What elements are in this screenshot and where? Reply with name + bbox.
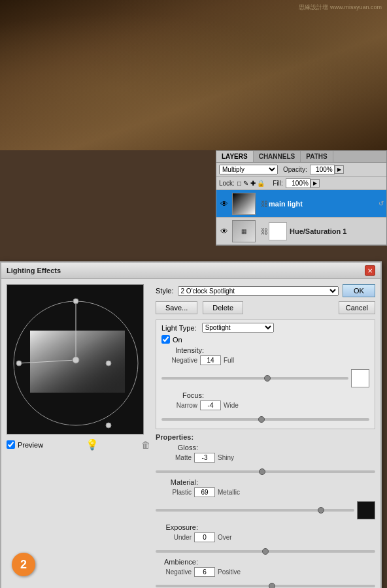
material-slider[interactable] (156, 509, 354, 512)
canvas-texture (0, 0, 387, 150)
intensity-label: Intensity: (161, 346, 204, 354)
intensity-slider-wrap (161, 373, 348, 384)
fill-arrow[interactable]: ▶ (311, 179, 320, 188)
light-type-select[interactable]: Spotlight Omni Directional (202, 323, 274, 333)
layers-panel: LAYERS CHANNELS PATHS Multiply Opacity: … (216, 150, 387, 246)
material-value[interactable] (194, 487, 215, 497)
save-delete-row: Save... Delete Cancel (156, 301, 375, 314)
layer-thumb-hue-sat: ▦ (232, 220, 256, 242)
exposure-slider[interactable] (156, 550, 375, 553)
material-right-label: Metallic (218, 489, 240, 496)
layer-row-hue-sat[interactable]: 👁 ▦ ⛓ Hue/Saturation 1 (216, 218, 386, 245)
focus-left-label: Narrow (161, 402, 197, 409)
opacity-arrow[interactable]: ▶ (335, 165, 344, 174)
ambience-slider[interactable] (156, 585, 375, 587)
intensity-slider-container (161, 369, 369, 387)
delete-button[interactable]: Delete (203, 301, 243, 314)
layer-thumb-main-light (232, 193, 256, 215)
layer-extra-main-light: ↺ (373, 200, 384, 207)
gloss-slider-row: Matte Shiny (156, 453, 375, 463)
svg-point-5 (73, 357, 79, 363)
preview-check[interactable] (7, 440, 15, 449)
material-color-swatch[interactable] (357, 501, 375, 519)
exposure-label: Exposure: (156, 523, 198, 531)
preview-label: Preview (18, 441, 43, 449)
blend-mode-select[interactable]: Multiply (219, 165, 278, 174)
exposure-value[interactable] (194, 532, 215, 542)
on-checkbox[interactable] (161, 335, 170, 344)
gloss-left-label: Matte (156, 454, 192, 461)
material-label: Material: (156, 478, 198, 486)
gloss-slider[interactable] (156, 470, 375, 473)
material-param-row: Material: (156, 478, 375, 486)
style-select[interactable]: 2 O'clock Spotlight Blue Omni Default (178, 286, 339, 296)
material-left-label: Plastic (156, 489, 192, 496)
fill-input[interactable] (286, 178, 311, 188)
ambience-right-label: Positive (218, 568, 241, 576)
focus-value[interactable] (200, 400, 221, 410)
eye-icon-main-light[interactable]: 👁 (219, 199, 229, 208)
layer-row-main-light[interactable]: 👁 ⛓ main light ↺ (216, 190, 386, 218)
ambience-label: Ambience: (156, 558, 198, 566)
opacity-input[interactable] (310, 165, 335, 174)
layer-name-hue-sat: Hue/Saturation 1 (290, 227, 384, 235)
trash-icon[interactable]: 🗑 (141, 440, 150, 450)
ambience-param-row: Ambience: (156, 558, 375, 566)
step-badge: 2 (12, 553, 35, 576)
layer-name-main-light: main light (269, 200, 373, 208)
svg-point-9 (16, 361, 22, 366)
intensity-value[interactable] (200, 355, 221, 365)
layers-tabs: LAYERS CHANNELS PATHS (216, 151, 386, 163)
exposure-right-label: Over (218, 534, 232, 541)
gloss-label: Gloss: (156, 444, 198, 451)
ambience-value[interactable] (194, 567, 215, 577)
cancel-button[interactable]: Cancel (339, 301, 375, 314)
on-row: On (161, 335, 369, 344)
light-type-row: Light Type: Spotlight Omni Directional (161, 323, 369, 333)
tab-paths[interactable]: PATHS (301, 151, 333, 162)
ambience-slider-row: Negative Positive (156, 567, 375, 577)
watermark: 思緣設計壇 www.missyuan.com (299, 3, 382, 12)
intensity-color-swatch[interactable] (351, 369, 369, 387)
style-ok-row: Style: 2 O'clock Spotlight Blue Omni Def… (156, 284, 375, 297)
gloss-param-row: Gloss: (156, 444, 375, 451)
properties-label: Properties: (156, 433, 375, 441)
exposure-slider-row: Under Over (156, 532, 375, 542)
lock-label: Lock: (219, 180, 235, 187)
preview-checkbox[interactable]: Preview (7, 440, 43, 449)
svg-point-7 (73, 299, 78, 304)
intensity-right-label: Full (224, 357, 234, 364)
hue-mask-thumb (269, 222, 287, 240)
properties-section: Properties: Gloss: Matte Shiny Material: (156, 433, 375, 588)
ambience-slider-container (156, 581, 375, 588)
close-button[interactable]: ✕ (365, 265, 375, 276)
ambience-left-label: Negative (156, 568, 192, 576)
lighting-dialog-title: Lighting Effects (7, 267, 61, 274)
preview-svg (7, 285, 144, 434)
fill-label: Fill: (273, 180, 283, 187)
gloss-value[interactable] (194, 453, 215, 463)
intensity-param-row: Intensity: (161, 346, 369, 354)
tab-channels[interactable]: CHANNELS (254, 151, 301, 162)
intensity-slider[interactable] (161, 377, 348, 380)
right-controls: Style: 2 O'clock Spotlight Blue Omni Def… (156, 284, 375, 588)
save-button[interactable]: Save... (156, 301, 197, 314)
lighting-body: Preview 💡 🗑 Style: 2 O'clock Spotlight B… (1, 279, 380, 588)
svg-point-8 (106, 423, 111, 428)
light-type-label: Light Type: (161, 324, 197, 332)
exposure-param-row: Exposure: (156, 523, 375, 531)
preview-canvas[interactable] (7, 284, 144, 434)
opacity-label: Opacity: (283, 166, 307, 173)
light-type-section: Light Type: Spotlight Omni Directional O… (156, 319, 375, 429)
bulb-icon[interactable]: 💡 (86, 438, 99, 451)
intensity-left-label: Negative (161, 357, 197, 364)
focus-slider[interactable] (161, 418, 369, 421)
tab-layers[interactable]: LAYERS (216, 151, 254, 162)
eye-icon-hue-sat[interactable]: 👁 (219, 227, 229, 236)
lock-row: Lock: □ ✎ ✚ 🔒 Fill: ▶ (216, 177, 386, 190)
gloss-slider-container (156, 466, 375, 474)
style-label: Style: (156, 287, 174, 295)
exposure-left-label: Under (156, 534, 192, 541)
ok-button[interactable]: OK (343, 284, 375, 297)
material-slider-container (156, 501, 375, 519)
